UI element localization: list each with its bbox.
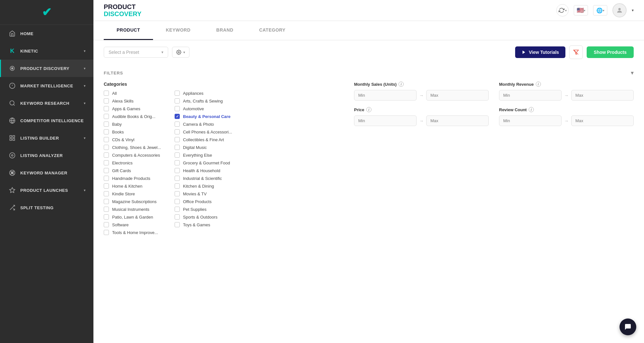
- category-checkbox[interactable]: [175, 176, 180, 181]
- user-avatar[interactable]: [612, 3, 627, 17]
- category-item[interactable]: Grocery & Gourmet Food: [175, 160, 239, 165]
- filter-clear-button[interactable]: [569, 45, 583, 59]
- category-checkbox[interactable]: [104, 168, 109, 173]
- category-checkbox[interactable]: [104, 152, 109, 158]
- review-count-min[interactable]: [499, 115, 562, 126]
- monthly-revenue-min[interactable]: [499, 90, 562, 101]
- monthly-sales-min[interactable]: [354, 90, 417, 101]
- category-checkbox[interactable]: [175, 145, 180, 150]
- category-checkbox[interactable]: [175, 114, 180, 119]
- category-checkbox[interactable]: [175, 122, 180, 127]
- preset-select[interactable]: Select a Preset ▾: [104, 47, 168, 58]
- sidebar-item-listing-analyzer[interactable]: LISTING ANALYZER: [0, 147, 93, 164]
- category-checkbox[interactable]: [175, 160, 180, 165]
- category-item[interactable]: Gift Cards: [104, 168, 168, 173]
- category-checkbox[interactable]: [175, 137, 180, 142]
- category-checkbox[interactable]: [175, 222, 180, 227]
- category-item[interactable]: Kindle Store: [104, 191, 168, 196]
- flag-selector[interactable]: 🇺🇸 ▾: [574, 5, 588, 15]
- sidebar-item-split-testing[interactable]: SPLIT TESTING: [0, 199, 93, 216]
- category-item[interactable]: Software: [104, 222, 168, 227]
- category-item[interactable]: Camera & Photo: [175, 122, 239, 127]
- review-count-max[interactable]: [571, 115, 634, 126]
- sidebar-item-keyword-research[interactable]: KEYWORD RESEARCH ▾: [0, 94, 93, 112]
- category-checkbox[interactable]: [104, 145, 109, 150]
- category-item[interactable]: Home & Kitchen: [104, 183, 168, 189]
- category-item[interactable]: Alexa Skills: [104, 98, 168, 103]
- sidebar-item-product-launches[interactable]: PRODUCT LAUNCHES ▾: [0, 181, 93, 199]
- category-checkbox[interactable]: [175, 191, 180, 196]
- category-item[interactable]: CDs & Vinyl: [104, 137, 168, 142]
- category-item[interactable]: Collectibles & Fine Art: [175, 137, 239, 142]
- category-item[interactable]: Industrial & Scientific: [175, 176, 239, 181]
- chat-button[interactable]: [620, 318, 636, 335]
- avatar-dropdown-arrow[interactable]: ▾: [632, 8, 634, 13]
- category-checkbox[interactable]: [175, 207, 180, 212]
- tab-keyword[interactable]: KEYWORD: [153, 21, 204, 40]
- category-item[interactable]: Toys & Games: [175, 222, 239, 227]
- monthly-revenue-max[interactable]: [571, 90, 634, 101]
- category-checkbox[interactable]: [175, 91, 180, 96]
- category-checkbox[interactable]: [104, 199, 109, 204]
- globe-selector[interactable]: 🌐 ▾: [593, 5, 607, 15]
- category-checkbox[interactable]: [104, 191, 109, 196]
- category-item[interactable]: Baby: [104, 122, 168, 127]
- sidebar-item-home[interactable]: HOME: [0, 25, 93, 42]
- category-checkbox[interactable]: [104, 214, 109, 220]
- category-checkbox[interactable]: [175, 129, 180, 134]
- sidebar-item-keyword-manager[interactable]: KEYWORD MANAGER: [0, 164, 93, 181]
- category-item[interactable]: Sports & Outdoors: [175, 214, 239, 220]
- category-checkbox[interactable]: [104, 230, 109, 235]
- category-checkbox[interactable]: [175, 183, 180, 189]
- tab-product[interactable]: PRODUCT: [104, 21, 153, 40]
- category-item[interactable]: Magazine Subscriptions: [104, 199, 168, 204]
- category-checkbox[interactable]: [104, 160, 109, 165]
- category-checkbox[interactable]: [175, 199, 180, 204]
- category-checkbox[interactable]: [175, 214, 180, 220]
- category-checkbox[interactable]: [104, 183, 109, 189]
- category-item[interactable]: Movies & TV: [175, 191, 239, 196]
- category-item[interactable]: Books: [104, 129, 168, 134]
- category-item[interactable]: Apps & Games: [104, 106, 168, 111]
- category-item[interactable]: All: [104, 91, 168, 96]
- monthly-sales-max[interactable]: [426, 90, 489, 101]
- sidebar-item-market-intelligence[interactable]: MARKET INTELLIGENCE ▾: [0, 77, 93, 94]
- category-item[interactable]: Patio, Lawn & Garden: [104, 214, 168, 220]
- category-item[interactable]: Arts, Crafts & Sewing: [175, 98, 239, 103]
- category-checkbox[interactable]: [175, 168, 180, 173]
- category-item[interactable]: Automotive: [175, 106, 239, 111]
- review-count-info-icon[interactable]: i: [529, 107, 534, 112]
- category-checkbox[interactable]: [104, 222, 109, 227]
- sidebar-item-product-discovery[interactable]: PRODUCT DISCOVERY ▾: [0, 60, 93, 77]
- category-item[interactable]: Kitchen & Dining: [175, 183, 239, 189]
- filters-toggle-icon[interactable]: ▾: [631, 69, 634, 76]
- category-checkbox[interactable]: [104, 114, 109, 119]
- category-item[interactable]: Beauty & Personal Care: [175, 114, 239, 119]
- category-item[interactable]: Clothing, Shoes & Jewel...: [104, 145, 168, 150]
- category-item[interactable]: Pet Supplies: [175, 207, 239, 212]
- monthly-sales-info-icon[interactable]: i: [399, 82, 404, 87]
- category-checkbox[interactable]: [104, 176, 109, 181]
- category-item[interactable]: Audible Books & Orig...: [104, 114, 168, 119]
- category-item[interactable]: Office Products: [175, 199, 239, 204]
- tutorials-button[interactable]: View Tutorials: [515, 46, 565, 58]
- category-checkbox[interactable]: [175, 98, 180, 103]
- category-item[interactable]: Musical Instruments: [104, 207, 168, 212]
- category-item[interactable]: Health & Household: [175, 168, 239, 173]
- category-item[interactable]: Cell Phones & Accessori...: [175, 129, 239, 134]
- sidebar-item-competitor-intelligence[interactable]: COMPETITOR INTELLIGENCE: [0, 112, 93, 129]
- sync-icon-button[interactable]: ▾: [556, 4, 569, 16]
- category-checkbox[interactable]: [104, 106, 109, 111]
- category-item[interactable]: Tools & Home Improve...: [104, 230, 168, 235]
- category-checkbox[interactable]: [104, 98, 109, 103]
- category-checkbox[interactable]: [104, 91, 109, 96]
- show-products-button[interactable]: Show Products: [587, 46, 634, 58]
- category-checkbox[interactable]: [104, 207, 109, 212]
- category-checkbox[interactable]: [104, 137, 109, 142]
- category-checkbox[interactable]: [175, 152, 180, 158]
- category-checkbox[interactable]: [104, 122, 109, 127]
- category-checkbox[interactable]: [104, 129, 109, 134]
- category-checkbox[interactable]: [175, 106, 180, 111]
- category-item[interactable]: Handmade Products: [104, 176, 168, 181]
- sidebar-item-kinetic[interactable]: K KINETIC ▾: [0, 42, 93, 60]
